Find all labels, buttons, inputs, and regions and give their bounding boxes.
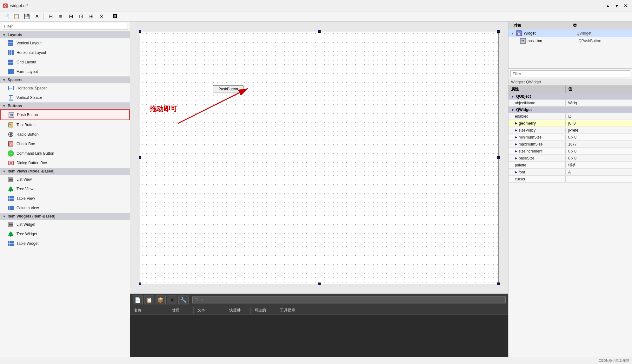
inspector-row-widget[interactable]: ▼ W Widget QWidget bbox=[509, 29, 632, 37]
item-tool-button[interactable]: 🔧 Tool Button bbox=[0, 120, 130, 130]
toolbar-layout-horiz[interactable]: ≡ bbox=[56, 12, 65, 21]
prop-row-palette[interactable]: palette 继承 bbox=[509, 162, 632, 169]
inspector-row-pushbutton[interactable]: PB pus...ton QPushButton bbox=[509, 37, 632, 45]
section-item-views[interactable]: ▼ Item Views (Model-Based) bbox=[0, 168, 130, 175]
toolbar-break-layout[interactable]: ⊠ bbox=[97, 12, 106, 21]
handle-bl[interactable] bbox=[139, 283, 141, 285]
design-canvas[interactable]: PushButton 拖动即可 bbox=[130, 22, 508, 294]
item-list-widget[interactable]: List Widget bbox=[0, 220, 130, 229]
toolbar-layout-vert[interactable]: ⊞ bbox=[66, 12, 75, 21]
item-views-label: Item Views (Model-Based) bbox=[8, 169, 55, 173]
inspector-class-col: 类 bbox=[570, 22, 630, 29]
item-vertical-spacer[interactable]: Vertical Spacer bbox=[0, 93, 130, 102]
prop-row-basesize[interactable]: ▶ baseSize 0 x 0 bbox=[509, 155, 632, 162]
prop-row-cursor[interactable]: cursor bbox=[509, 176, 632, 183]
action-config-btn[interactable]: 🔧 bbox=[178, 296, 189, 304]
prop-palette-val: 继承 bbox=[566, 162, 632, 168]
item-push-button[interactable]: PB Push Button bbox=[0, 109, 130, 120]
handle-br[interactable] bbox=[497, 283, 500, 285]
item-tree-widget[interactable]: 🌲 Tree Widget bbox=[0, 229, 130, 239]
prop-context: Widget : QWidget bbox=[509, 79, 632, 86]
handle-tl[interactable] bbox=[139, 30, 141, 33]
item-horizontal-layout[interactable]: Horizontal Layout bbox=[0, 48, 130, 57]
prop-section-qwidget[interactable]: ▼ QWidget bbox=[509, 107, 632, 113]
toolbar-layout-form[interactable]: ⊞ bbox=[87, 12, 96, 21]
prop-row-enabled[interactable]: enabled ☑ bbox=[509, 113, 632, 120]
list-widget-icon bbox=[8, 221, 14, 228]
prop-font-label: ▶ font bbox=[509, 169, 566, 175]
section-layouts[interactable]: ▼ Layouts bbox=[0, 31, 130, 38]
col-use: 使用 bbox=[168, 307, 194, 314]
item-radio-button[interactable]: Radio Button bbox=[0, 130, 130, 139]
minsize-expand-arrow: ▶ bbox=[515, 135, 517, 139]
action-copy-btn[interactable]: 📋 bbox=[144, 296, 154, 304]
item-dialog-button-box[interactable]: ✕ Dialog Button Box bbox=[0, 158, 130, 168]
toolbar-preview[interactable]: 🖼 bbox=[110, 12, 119, 21]
action-toolbar: 📄 📋 📦 ✕ 🔧 bbox=[130, 294, 508, 306]
prop-filter-input[interactable] bbox=[510, 70, 630, 77]
prop-geometry-val: [0, 0 bbox=[566, 120, 632, 126]
item-table-view[interactable]: Table View bbox=[0, 194, 130, 203]
col-text: 文本 bbox=[194, 307, 225, 314]
canvas-inner: PushButton 拖动即可 bbox=[140, 31, 499, 284]
item-table-widget[interactable]: Table Widget bbox=[0, 239, 130, 248]
handle-bc[interactable] bbox=[318, 283, 321, 285]
prop-row-minimumsize[interactable]: ▶ minimumSize 0 x 0 bbox=[509, 134, 632, 141]
qobject-arrow: ▼ bbox=[511, 95, 514, 98]
action-new-btn[interactable]: 📄 bbox=[133, 296, 143, 304]
sizepolicy-expand-arrow: ▶ bbox=[515, 128, 517, 132]
handle-tc[interactable] bbox=[318, 30, 321, 33]
toolbar-copy[interactable]: 📋 bbox=[12, 12, 21, 21]
window-down-btn[interactable]: ▼ bbox=[613, 2, 621, 10]
qobject-label: QObject bbox=[516, 94, 531, 99]
prop-row-sizeincrement[interactable]: ▶ sizeIncrement 0 x 0 bbox=[509, 148, 632, 155]
pushbutton-icon: PB bbox=[520, 38, 526, 44]
item-form-layout[interactable]: Form Layout bbox=[0, 67, 130, 76]
prop-row-sizepolicy[interactable]: ▶ sizePolicy [Prefe bbox=[509, 127, 632, 134]
check-box-icon: ✓ bbox=[8, 141, 14, 147]
prop-header-val: 值 bbox=[566, 86, 632, 93]
prop-row-maximumsize[interactable]: ▶ maximumSize 1677 bbox=[509, 141, 632, 148]
item-command-link[interactable]: → Command Link Button bbox=[0, 149, 130, 158]
window-close-btn[interactable]: ✕ bbox=[622, 2, 629, 10]
toolbar-adjust-size[interactable]: ⊟ bbox=[46, 12, 55, 21]
font-arrow: ▶ bbox=[515, 170, 517, 174]
prop-row-font[interactable]: ▶ font A bbox=[509, 169, 632, 176]
action-filter-input[interactable] bbox=[192, 296, 506, 303]
window-controls: ▲ ▼ ✕ bbox=[604, 2, 629, 10]
item-horizontal-spacer[interactable]: Horizontal Spacer bbox=[0, 83, 130, 93]
section-buttons[interactable]: ▼ Buttons bbox=[0, 102, 130, 109]
item-vertical-layout[interactable]: Vertical Layout bbox=[0, 38, 130, 48]
item-tree-view[interactable]: 🌲 Tree View bbox=[0, 184, 130, 194]
prop-section-qobject[interactable]: ▼ QObject bbox=[509, 93, 632, 100]
toolbar-close[interactable]: ✕ bbox=[32, 12, 41, 21]
handle-mr[interactable] bbox=[497, 156, 500, 159]
prop-row-objectname[interactable]: objectName Widg bbox=[509, 100, 632, 107]
prop-row-geometry[interactable]: ▶ geometry [0, 0 bbox=[509, 120, 632, 127]
toolbar-new[interactable]: 📄 bbox=[2, 12, 11, 21]
action-import-btn[interactable]: 📦 bbox=[156, 296, 166, 304]
window-up-btn[interactable]: ▲ bbox=[604, 2, 612, 10]
item-list-view[interactable]: List View bbox=[0, 175, 130, 184]
item-widgets-label: Item Widgets (Item-Based) bbox=[8, 214, 56, 218]
object-inspector: 对象 类 ▼ W Widget QWidget PB pus...ton QPu… bbox=[509, 22, 632, 69]
action-table-header: 名称 使用 文本 快捷键 可选的 工具提示 bbox=[130, 306, 508, 315]
tree-widget-icon: 🌲 bbox=[8, 231, 14, 237]
section-spacers[interactable]: ▼ Spacers bbox=[0, 76, 130, 83]
item-check-box[interactable]: ✓ Check Box bbox=[0, 139, 130, 149]
prop-sizepolicy-val: [Prefe bbox=[566, 127, 632, 133]
action-delete-btn[interactable]: ✕ bbox=[167, 296, 177, 304]
col-checkable: 可选的 bbox=[251, 307, 276, 314]
item-column-view[interactable]: Column View bbox=[0, 203, 130, 213]
list-view-icon bbox=[8, 176, 14, 183]
toolbar-layout-grid[interactable]: ⊡ bbox=[77, 12, 85, 21]
toolbar-save[interactable]: 💾 bbox=[22, 12, 31, 21]
widget-filter-input[interactable] bbox=[2, 23, 128, 30]
handle-tr[interactable] bbox=[497, 30, 500, 33]
canvas-push-button[interactable]: PushButton bbox=[213, 85, 243, 93]
col-tooltip: 工具提示 bbox=[276, 307, 314, 314]
handle-ml[interactable] bbox=[139, 156, 141, 159]
widget-type: QWidget bbox=[576, 31, 629, 36]
item-grid-layout[interactable]: Grid Layout bbox=[0, 57, 130, 67]
section-item-widgets[interactable]: ▼ Item Widgets (Item-Based) bbox=[0, 213, 130, 220]
